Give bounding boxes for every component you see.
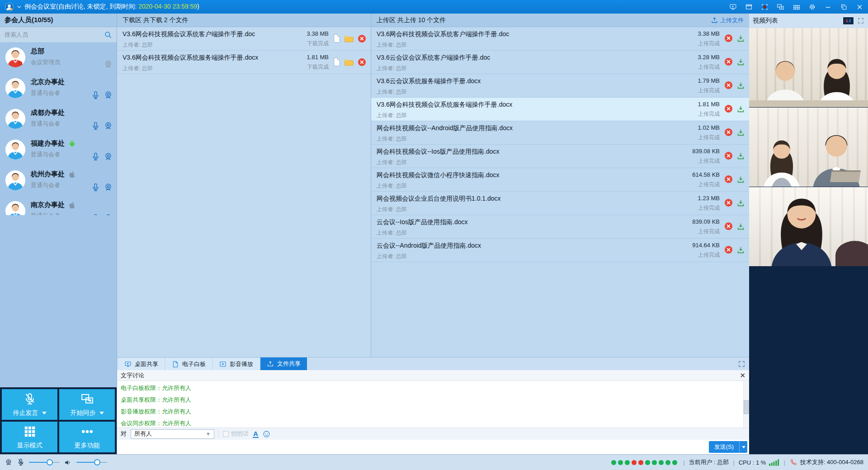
download-icon[interactable] xyxy=(737,34,745,42)
dropdown-caret[interactable] xyxy=(99,412,104,417)
upload-file-row[interactable]: V3.6网会科技视频会议系统客户端操作手册.doc 上传者: 总部 3.38 M… xyxy=(371,27,749,51)
recipient-select[interactable]: 所有人 ▼ xyxy=(131,429,214,439)
upload-file-row[interactable]: 网会科技视频会议--Android版产品使用指南.docx 上传者: 总部 1.… xyxy=(371,121,749,145)
upload-file-row[interactable]: 云会议--Ios版产品使用指南.docx 上传者: 总部 839.09 KB 上… xyxy=(371,215,749,239)
video-thumbnail-3[interactable] xyxy=(749,187,868,266)
download-icon[interactable] xyxy=(737,222,745,230)
download-icon[interactable] xyxy=(737,105,745,113)
presentation-icon[interactable] xyxy=(745,3,753,11)
microphone-icon[interactable] xyxy=(91,121,100,131)
delete-icon[interactable] xyxy=(724,34,733,42)
scrollbar-thumb[interactable] xyxy=(744,400,749,414)
close-icon[interactable] xyxy=(856,3,863,11)
download-icon[interactable] xyxy=(737,246,745,254)
download-icon[interactable] xyxy=(737,199,745,207)
more-functions-button[interactable]: 更多功能 xyxy=(59,422,115,452)
camera-icon[interactable] xyxy=(104,183,113,192)
upload-file-row[interactable]: V3.6云会议系统服务端操作手册.docx 上传者: 总部 1.79 MB 上传… xyxy=(371,74,749,98)
upload-file-button[interactable]: 上传文件 xyxy=(711,16,744,24)
video-thumbnail-2[interactable] xyxy=(749,108,868,187)
tab-media-play[interactable]: 影音播放 xyxy=(213,358,259,370)
upload-file-row[interactable]: 网会科技视频会议微信小程序快速指南.docx 上传者: 总部 614.58 KB… xyxy=(371,168,749,192)
camera-icon[interactable] xyxy=(5,458,13,466)
delete-icon[interactable] xyxy=(724,81,733,89)
screen-share-icon[interactable] xyxy=(729,3,737,11)
speaker-icon[interactable] xyxy=(64,458,72,467)
tab-desktop-share[interactable]: 桌面共享 xyxy=(118,358,165,370)
font-color-icon[interactable]: A xyxy=(253,430,259,438)
delete-icon[interactable] xyxy=(724,198,733,207)
upload-file-row[interactable]: 云会议--Android版产品使用指南.docx 上传者: 总部 914.64 … xyxy=(371,239,749,262)
camera-icon[interactable] xyxy=(104,121,113,131)
display-mode-button[interactable]: 显示模式 xyxy=(2,422,57,452)
video-thumbnail-1[interactable] xyxy=(749,28,868,107)
delete-icon[interactable] xyxy=(724,222,733,230)
delete-icon[interactable] xyxy=(724,128,733,136)
cast-screen-icon[interactable] xyxy=(777,3,784,11)
dialpad-icon[interactable] xyxy=(793,3,800,11)
record-icon[interactable] xyxy=(761,3,769,11)
emoji-icon[interactable] xyxy=(263,430,270,438)
stop-speaking-button[interactable]: 停止发言 xyxy=(2,389,57,420)
upload-file-row[interactable]: V3.6云会议会议系统客户端操作手册.doc 上传者: 总部 3.28 MB 上… xyxy=(371,51,749,74)
speaker-volume-slider[interactable] xyxy=(76,459,107,465)
camera-icon[interactable] xyxy=(104,213,113,215)
download-icon[interactable] xyxy=(737,152,745,160)
mic-volume-slider[interactable] xyxy=(29,459,60,465)
download-icon[interactable] xyxy=(737,128,745,136)
settings-gear-icon[interactable] xyxy=(808,3,816,11)
upload-file-row[interactable]: 网会视频会议企业后台使用说明书1.0.1.docx 上传者: 总部 1.23 M… xyxy=(371,192,749,215)
download-icon[interactable] xyxy=(737,81,745,89)
search-input[interactable] xyxy=(5,31,104,38)
dropdown-caret[interactable] xyxy=(42,412,47,417)
delete-icon[interactable] xyxy=(724,57,733,66)
upload-file-row[interactable]: 网会科技视频会议--Ios版产品使用指南.docx 上传者: 总部 839.08… xyxy=(371,145,749,168)
search-icon[interactable] xyxy=(104,31,112,39)
participant-row[interactable]: 北京办事处 普 xyxy=(0,73,117,104)
microphone-icon[interactable] xyxy=(91,213,100,215)
message-input[interactable]: 发送(S) xyxy=(117,440,749,454)
delete-icon[interactable] xyxy=(358,58,366,66)
delete-icon[interactable] xyxy=(724,175,733,183)
expand-icon[interactable] xyxy=(857,17,864,24)
participant-row[interactable]: 总部 会议管理 xyxy=(0,42,117,73)
microphone-icon[interactable] xyxy=(91,152,100,161)
camera-icon[interactable] xyxy=(104,90,113,100)
open-file-icon[interactable] xyxy=(333,57,340,66)
tab-whiteboard[interactable]: 电子白板 xyxy=(165,358,212,370)
camera-icon[interactable] xyxy=(104,152,113,161)
delete-icon[interactable] xyxy=(724,104,733,113)
download-file-row[interactable]: V3.6网会科技视频会议系统客户端操作手册.doc 上传者: 总部 3.38 M… xyxy=(117,27,371,51)
open-folder-icon[interactable] xyxy=(344,58,354,66)
participant-row[interactable]: 成都办事处 普 xyxy=(0,104,117,135)
send-button[interactable]: 发送(S) xyxy=(709,441,747,453)
delete-icon[interactable] xyxy=(724,245,733,254)
download-file-row[interactable]: V3.6网会科技视频会议系统服务端操作手册.docx 上传者: 总部 1.81 … xyxy=(117,51,371,74)
delete-icon[interactable] xyxy=(358,34,366,43)
delete-icon[interactable] xyxy=(724,151,733,160)
maximize-icon[interactable] xyxy=(840,3,848,11)
open-folder-icon[interactable] xyxy=(344,35,354,42)
tab-file-share[interactable]: 文件共享 xyxy=(260,357,307,370)
participant-search[interactable] xyxy=(0,27,117,42)
scrollbar[interactable] xyxy=(743,381,749,428)
open-file-icon[interactable] xyxy=(333,34,340,43)
participant-row[interactable]: 南京办事处 普 xyxy=(0,196,117,215)
microphone-icon[interactable] xyxy=(91,183,100,192)
download-icon[interactable] xyxy=(737,58,745,66)
microphone-icon[interactable] xyxy=(91,90,100,100)
participant-row[interactable]: 福建办事处 普 xyxy=(0,135,117,165)
close-icon[interactable]: ✕ xyxy=(740,372,745,379)
start-sync-button[interactable]: 开始同步 xyxy=(59,389,115,420)
app-logo-icon[interactable] xyxy=(5,2,14,12)
whisper-checkbox[interactable]: 悄悄话 xyxy=(223,430,249,438)
camera-off-icon[interactable] xyxy=(104,60,113,69)
download-icon[interactable] xyxy=(737,175,745,183)
mic-off-icon[interactable] xyxy=(17,458,25,466)
upload-file-row[interactable]: V3.6网会科技视频会议系统服务端操作手册.docx 上传者: 总部 1.81 … xyxy=(371,98,749,121)
participant-row[interactable]: 杭州办事处 普 xyxy=(0,165,117,196)
dual-screen-icon[interactable]: 12 xyxy=(843,17,854,25)
expand-icon[interactable] xyxy=(738,360,745,368)
chevron-down-icon[interactable] xyxy=(17,5,22,9)
minimize-icon[interactable] xyxy=(824,3,832,11)
